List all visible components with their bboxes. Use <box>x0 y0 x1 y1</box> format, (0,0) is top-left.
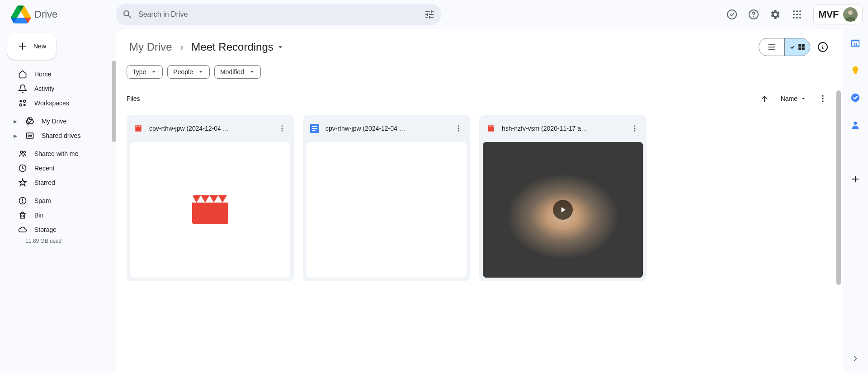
search-options-icon[interactable] <box>424 9 435 20</box>
sidebar-item-starred[interactable]: Starred <box>7 175 108 190</box>
filter-type[interactable]: Type <box>127 65 163 79</box>
sidebar: New Home Activity Workspaces ▶My Drive ▶… <box>0 29 116 373</box>
svg-point-33 <box>282 125 283 127</box>
svg-rect-25 <box>798 44 801 47</box>
sidebar-item-shareddrives[interactable]: ▶Shared drives <box>7 128 108 143</box>
svg-point-16 <box>24 104 26 106</box>
tasks-icon <box>850 93 860 103</box>
svg-rect-40 <box>312 130 316 131</box>
sidebar-item-home[interactable]: Home <box>7 67 108 81</box>
svg-rect-39 <box>312 128 317 129</box>
calendar-icon: 31 <box>850 38 860 48</box>
shareddrives-icon <box>25 131 34 140</box>
sort-by-button[interactable]: Name <box>781 95 807 102</box>
tasks-addon[interactable] <box>846 89 864 107</box>
file-menu-button[interactable] <box>275 121 289 136</box>
list-view-button[interactable] <box>759 38 784 56</box>
sidebar-item-sharedwithme[interactable]: Shared with me <box>7 146 108 161</box>
expand-icon[interactable]: ▶ <box>13 133 18 138</box>
star-icon <box>18 178 27 187</box>
file-menu-button[interactable] <box>451 121 466 136</box>
sidebar-item-spam[interactable]: Spam <box>7 194 108 208</box>
svg-point-30 <box>822 95 823 97</box>
sidebar-item-workspaces[interactable]: Workspaces <box>7 96 108 110</box>
section-label: Files <box>127 95 140 102</box>
side-panel: 31 <box>843 29 868 373</box>
search-bar[interactable] <box>116 4 441 25</box>
apps-icon[interactable] <box>788 5 806 24</box>
main-scrollbar[interactable] <box>836 90 841 285</box>
svg-point-10 <box>796 17 798 19</box>
new-button[interactable]: New <box>7 33 56 60</box>
logo-area[interactable]: Drive <box>5 5 112 24</box>
arrow-up-icon <box>760 94 769 103</box>
org-badge[interactable]: MVF <box>813 5 863 24</box>
list-icon <box>767 42 776 52</box>
file-card[interactable]: cpv-rthw-jpw (2024-12-04 … <box>127 115 294 281</box>
filter-modified[interactable]: Modified <box>214 65 261 79</box>
filter-people[interactable]: People <box>167 65 210 79</box>
svg-point-42 <box>458 128 459 129</box>
hide-panel-button[interactable] <box>846 349 864 368</box>
mydrive-icon <box>25 117 34 126</box>
header-icons: MVF <box>723 5 863 24</box>
svg-point-5 <box>799 10 801 12</box>
person-icon <box>850 120 860 130</box>
sidebar-item-activity[interactable]: Activity <box>7 81 108 96</box>
info-button[interactable] <box>814 38 832 56</box>
file-name: cpv-rthw-jpw (2024-12-04 … <box>326 125 445 132</box>
support-icon[interactable] <box>745 5 763 24</box>
svg-point-46 <box>634 130 636 132</box>
file-name: cpv-rthw-jpw (2024-12-04 … <box>149 125 269 132</box>
file-grid: cpv-rthw-jpw (2024-12-04 … cpv-rthw-jpw … <box>116 111 843 285</box>
calendar-addon[interactable]: 31 <box>846 34 864 52</box>
video-file-icon <box>134 124 143 133</box>
expand-icon[interactable]: ▶ <box>13 119 18 124</box>
more-vert-icon <box>278 124 286 132</box>
section-header: Files Name <box>116 82 843 111</box>
get-addons[interactable] <box>846 170 864 188</box>
product-name: Drive <box>34 9 57 20</box>
video-clapper-icon <box>192 195 228 224</box>
svg-point-19 <box>30 135 32 136</box>
dropdown-icon <box>276 43 284 51</box>
svg-point-41 <box>458 125 459 127</box>
svg-point-2 <box>754 17 754 17</box>
svg-point-21 <box>24 151 25 153</box>
search-input[interactable] <box>138 10 419 19</box>
bell-icon <box>18 84 27 93</box>
svg-point-52 <box>854 122 857 125</box>
keep-icon <box>850 66 860 76</box>
cloud-icon <box>18 225 27 234</box>
org-name: MVF <box>818 9 839 20</box>
svg-point-14 <box>24 100 26 102</box>
svg-point-3 <box>793 10 795 12</box>
breadcrumb: My Drive › Meet Recordings <box>127 39 287 55</box>
file-menu-button[interactable] <box>627 121 642 136</box>
ready-offline-icon[interactable] <box>723 5 741 24</box>
file-preview <box>307 142 467 278</box>
keep-addon[interactable] <box>846 61 864 80</box>
svg-point-31 <box>822 98 823 99</box>
file-card[interactable]: cpv-rthw-jpw (2024-12-04 … <box>303 115 470 281</box>
breadcrumb-current[interactable]: Meet Recordings <box>189 39 287 55</box>
more-options-button[interactable] <box>814 90 832 108</box>
sidebar-item-storage[interactable]: Storage <box>7 222 108 237</box>
svg-point-11 <box>799 17 801 19</box>
grid-view-button[interactable] <box>784 38 810 56</box>
svg-point-45 <box>634 128 636 129</box>
main-area: My Drive › Meet Recordings Type People M… <box>116 29 843 373</box>
file-card[interactable]: hsh-nzfv-vsm (2020-11-17 a… <box>479 115 646 281</box>
breadcrumb-parent[interactable]: My Drive <box>127 39 175 55</box>
avatar[interactable] <box>843 7 858 22</box>
contacts-addon[interactable] <box>846 116 864 134</box>
play-button[interactable] <box>553 200 573 220</box>
sort-direction-button[interactable] <box>755 90 774 108</box>
sidebar-scrollbar[interactable] <box>112 61 116 142</box>
sidebar-item-recent[interactable]: Recent <box>7 161 108 175</box>
sidebar-item-mydrive[interactable]: ▶My Drive <box>7 114 108 128</box>
settings-icon[interactable] <box>766 5 784 24</box>
sidebar-item-bin[interactable]: Bin <box>7 208 108 222</box>
dropdown-icon <box>151 69 157 75</box>
storage-used: 11.89 GB used <box>7 238 108 244</box>
